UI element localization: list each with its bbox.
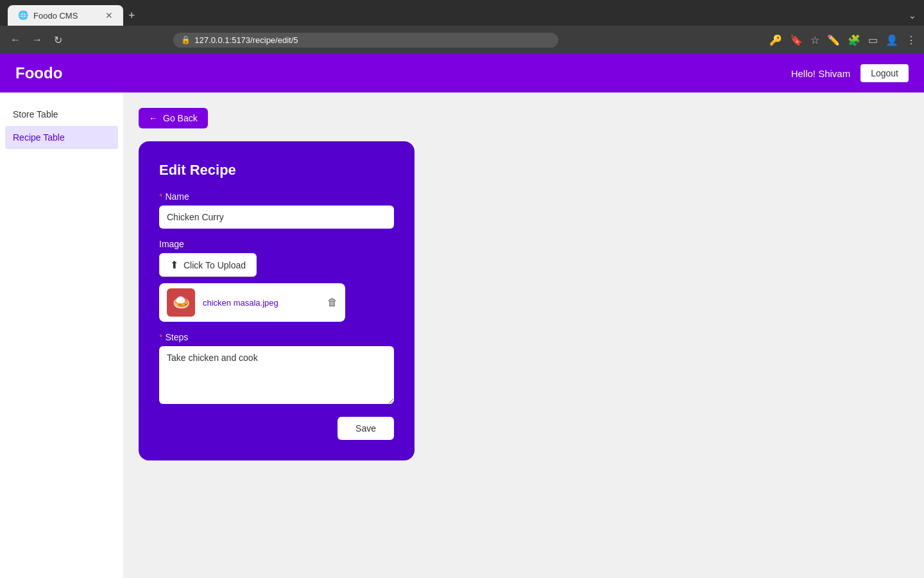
go-back-button[interactable]: ← Go Back	[139, 108, 208, 128]
tab-bar: 🌐 Foodo CMS ✕ + ⌄	[0, 0, 924, 26]
edit-recipe-card: Edit Recipe * Name Image ⬆	[139, 141, 415, 460]
menu-icon[interactable]: ⋮	[906, 34, 916, 46]
browser-tab[interactable]: 🌐 Foodo CMS ✕	[8, 5, 123, 26]
app-logo: Foodo	[15, 64, 62, 82]
upload-label: Click To Upload	[184, 260, 246, 270]
bookmark-icon[interactable]: 🔖	[790, 34, 803, 46]
tab-close-button[interactable]: ✕	[105, 10, 113, 21]
header-greeting: Hello! Shivam	[791, 68, 851, 79]
sidebar-item-store-table[interactable]: Store Table	[0, 103, 123, 126]
tab-favicon: 🌐	[18, 10, 28, 21]
star-icon[interactable]: ☆	[810, 34, 819, 46]
key-icon[interactable]: 🔑	[769, 34, 782, 46]
file-preview: 🍛 chicken masala.jpeg 🗑	[159, 283, 345, 322]
browser-chrome: 🌐 Foodo CMS ✕ + ⌄ ← → ↻ 🔒 127.0.0.1:5173…	[0, 0, 924, 54]
address-bar: ← → ↻ 🔒 127.0.0.1:5173/recipe/edit/5 🔑 🔖…	[0, 26, 924, 54]
edit-icon[interactable]: ✏️	[827, 34, 840, 46]
card-title: Edit Recipe	[159, 162, 394, 179]
file-name-link[interactable]: chicken masala.jpeg	[203, 298, 278, 308]
image-label: Image	[159, 239, 394, 249]
name-label: * Name	[159, 191, 394, 202]
name-input[interactable]	[159, 206, 394, 229]
steps-field-group: * Steps Take chicken and cook	[159, 332, 394, 407]
header-right: Hello! Shivam Logout	[791, 64, 909, 82]
sidebar-item-recipe-table[interactable]: Recipe Table	[5, 126, 118, 149]
app-layout: Foodo Hello! Shivam Logout Store Table R…	[0, 54, 924, 578]
browser-actions: 🔑 🔖 ☆ ✏️ 🧩 ▭ 👤 ⋮	[769, 34, 916, 46]
lock-icon: 🔒	[181, 35, 191, 44]
reload-button[interactable]: ↻	[51, 31, 65, 49]
name-field-group: * Name	[159, 191, 394, 229]
sidebar: Store Table Recipe Table	[0, 92, 123, 578]
url-box[interactable]: 🔒 127.0.0.1:5173/recipe/edit/5	[173, 33, 558, 48]
url-text: 127.0.0.1:5173/recipe/edit/5	[194, 35, 298, 45]
app-header: Foodo Hello! Shivam Logout	[0, 54, 924, 92]
required-star: *	[159, 191, 162, 202]
arrow-left-icon: ←	[149, 113, 158, 123]
save-button[interactable]: Save	[338, 417, 394, 440]
logout-button[interactable]: Logout	[860, 64, 909, 82]
content-area: ← Go Back Edit Recipe * Name Image	[123, 92, 924, 578]
steps-label: * Steps	[159, 332, 394, 342]
tab-expand-button[interactable]: ⌄	[909, 10, 916, 21]
sidebar-icon[interactable]: ▭	[868, 34, 878, 46]
main-content: Store Table Recipe Table ← Go Back Edit …	[0, 92, 924, 578]
extension-icon[interactable]: 🧩	[848, 34, 860, 46]
forward-button[interactable]: →	[30, 31, 45, 48]
back-button[interactable]: ←	[8, 31, 23, 48]
file-delete-button[interactable]: 🗑	[327, 297, 338, 308]
chicken-emoji: 🍛	[173, 294, 190, 311]
tab-title: Foodo CMS	[33, 11, 78, 21]
steps-required-star: *	[159, 332, 162, 342]
steps-textarea[interactable]: Take chicken and cook	[159, 346, 394, 404]
new-tab-button[interactable]: +	[128, 9, 135, 22]
upload-icon: ⬆	[170, 259, 178, 271]
image-field-group: Image ⬆ Click To Upload 🍛 chicken masala…	[159, 239, 394, 322]
file-thumbnail: 🍛	[167, 288, 195, 317]
upload-button[interactable]: ⬆ Click To Upload	[159, 253, 257, 277]
go-back-label: Go Back	[163, 113, 198, 123]
profile-icon[interactable]: 👤	[886, 34, 898, 46]
